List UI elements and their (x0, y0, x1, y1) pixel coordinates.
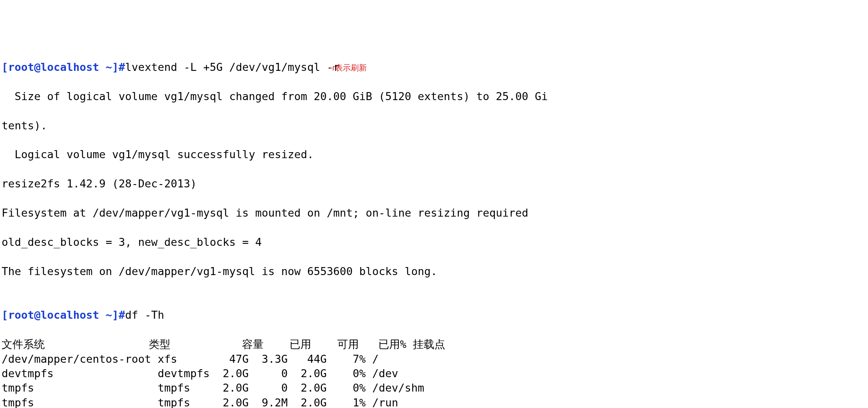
output-line: tents). (2, 119, 866, 133)
command-text: df -Th (125, 309, 164, 321)
output-line: Filesystem at /dev/mapper/vg1-mysql is m… (2, 206, 866, 220)
df-output-table: 文件系统 类型 容量 已用 可用 已用% 挂载点/dev/mapper/cent… (2, 337, 866, 408)
table-row: tmpfs tmpfs 2.0G 9.2M 2.0G 1% /run (2, 396, 866, 408)
output-line: resize2fs 1.42.9 (28-Dec-2013) (2, 177, 866, 191)
shell-prompt: [root@localhost ~]# (2, 309, 125, 321)
table-row: /dev/mapper/centos-root xfs 47G 3.3G 44G… (2, 352, 866, 366)
shell-prompt: [root@localhost ~]# (2, 61, 125, 73)
command-text: lvextend -L +5G /dev/vg1/mysql -r (125, 61, 340, 73)
annotation-text: -r表示刷新 (330, 62, 367, 73)
output-line: Size of logical volume vg1/mysql changed… (2, 89, 866, 104)
table-header: 文件系统 类型 容量 已用 可用 已用% 挂载点 (2, 337, 866, 352)
output-line: The filesystem on /dev/mapper/vg1-mysql … (2, 264, 866, 279)
output-line: Logical volume vg1/mysql successfully re… (2, 147, 866, 162)
output-line: old_desc_blocks = 3, new_desc_blocks = 4 (2, 235, 866, 249)
cmd-line-1[interactable]: [root@localhost ~]#lvextend -L +5G /dev/… (2, 60, 866, 74)
table-row: devtmpfs devtmpfs 2.0G 0 2.0G 0% /dev (2, 366, 866, 381)
table-row: tmpfs tmpfs 2.0G 0 2.0G 0% /dev/shm (2, 381, 866, 395)
cmd-line-2[interactable]: [root@localhost ~]#df -Th (2, 308, 866, 322)
